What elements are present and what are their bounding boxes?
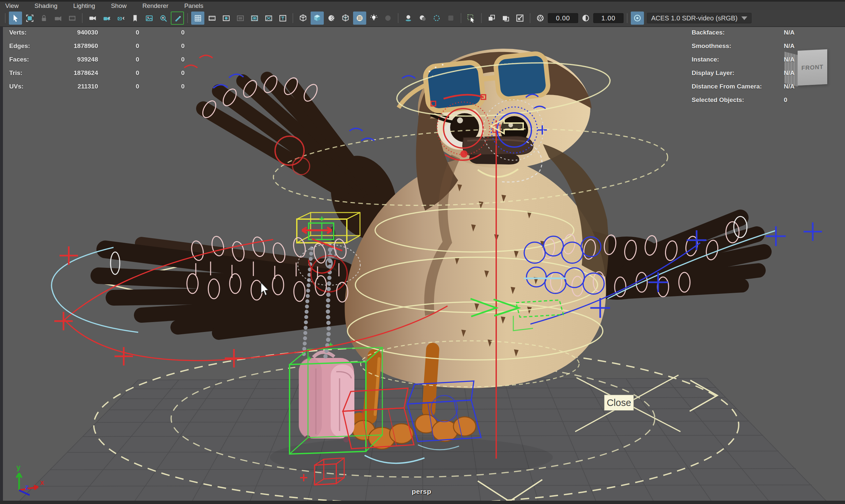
hud-row-edges: Edges: 1878960 0 0 [9, 42, 185, 56]
pan-zoom-icon[interactable] [157, 12, 170, 25]
isolate-select-icon[interactable] [171, 12, 184, 25]
resolution-gate-icon[interactable] [219, 12, 233, 25]
paste-view-icon[interactable] [499, 12, 512, 25]
hud-value: 0 [139, 69, 185, 77]
hud-value: 0 [139, 83, 185, 90]
hud-value: 0 [139, 42, 185, 50]
hud-row-uvs: UVs: 211310 0 0 [9, 83, 185, 96]
video-camera-icon[interactable] [86, 12, 99, 25]
gate-mask-icon[interactable] [234, 12, 247, 25]
suitcase-mesh[interactable] [299, 352, 354, 443]
hud-label: Display Layer: [692, 69, 784, 77]
hud-label: Distance From Camera: [692, 83, 784, 90]
hud-value: 211310 [46, 83, 98, 90]
hud-value: N/A [784, 29, 823, 36]
exposure-value-field[interactable]: 0.00 [548, 13, 578, 23]
bookmark-icon[interactable] [128, 12, 142, 25]
safe-action-icon[interactable] [262, 12, 275, 25]
hud-value: N/A [784, 69, 823, 77]
maya-panel-window: View Shading Lighting Show Renderer Pane… [0, 0, 845, 504]
film-dim-icon[interactable] [66, 12, 79, 25]
axis-label-z: z [25, 483, 29, 491]
hud-value: 0 [139, 56, 185, 63]
menu-renderer[interactable]: Renderer [143, 2, 176, 10]
select-camera-icon[interactable] [23, 12, 36, 25]
hud-label: Selected Objects: [692, 96, 784, 104]
toolbar-separator [627, 13, 628, 23]
camera-attributes-icon[interactable] [51, 12, 65, 25]
hud-value: 1878624 [46, 69, 98, 77]
silhouette-icon[interactable] [381, 12, 395, 25]
viewport[interactable]: Verts: 940030 0 0 Edges: 1878960 0 0 Fac… [0, 27, 845, 504]
hud-row-faces: Faces: 939248 0 0 [9, 56, 185, 69]
hud-value: 0 [98, 29, 139, 36]
hud-row-smoothness: Smoothness: N/A [692, 42, 823, 56]
hud-value: N/A [784, 83, 823, 90]
toolbar-separator [187, 13, 188, 23]
panel-toolbar: 0.00 1.00 ACES 1.0 SDR-video (sRGB) [0, 10, 845, 27]
camera-gear-icon[interactable] [114, 12, 127, 25]
hud-row-verts: Verts: 940030 0 0 [9, 29, 185, 42]
hud-row-distance-from-camera: Distance From Camera: N/A [692, 83, 823, 96]
colorspace-selected-label: ACES 1.0 SDR-video (sRGB) [651, 15, 741, 22]
toolbar-separator [530, 13, 531, 23]
default-lighting-icon[interactable] [367, 12, 380, 25]
gamma-icon[interactable] [579, 12, 592, 25]
grid-icon[interactable] [191, 12, 204, 25]
hud-value: 0 [98, 69, 139, 77]
panel-menu-bar: View Shading Lighting Show Renderer Pane… [0, 0, 845, 10]
duplicate-view-icon[interactable] [485, 12, 498, 25]
menu-view[interactable]: View [5, 2, 26, 10]
hud-object-details: Backfaces: N/A Smoothness: N/A Instance:… [692, 29, 823, 110]
hud-value: 940030 [46, 29, 98, 36]
color-management-toggle-icon[interactable] [631, 12, 644, 25]
hud-label: Edges: [9, 42, 46, 50]
wireframe-cube-icon[interactable] [296, 12, 310, 25]
motion-blur-icon[interactable] [430, 12, 443, 25]
textured-sphere-icon[interactable] [325, 12, 338, 25]
hud-row-tris: Tris: 1878624 0 0 [9, 69, 185, 83]
snap-select-icon[interactable] [465, 12, 478, 25]
toolbar-separator [398, 13, 398, 23]
film-gate-icon[interactable] [205, 12, 218, 25]
hud-value: N/A [784, 42, 823, 50]
hud-value: 0 [98, 83, 139, 90]
textured-cube-icon[interactable] [339, 12, 352, 25]
panel-bottom-edge [0, 501, 845, 504]
ambient-occlusion-icon[interactable] [416, 12, 429, 25]
shaded-cube-icon[interactable] [311, 12, 324, 25]
gamma-value-field[interactable]: 1.00 [593, 13, 624, 23]
field-chart-icon[interactable] [248, 12, 261, 25]
chevron-down-icon [741, 16, 747, 20]
hud-row-backfaces: Backfaces: N/A [692, 29, 823, 42]
hud-poly-count: Verts: 940030 0 0 Edges: 1878960 0 0 Fac… [9, 29, 185, 96]
safe-title-icon[interactable] [276, 12, 289, 25]
toolbar-separator [461, 13, 461, 23]
hud-label: Tris: [9, 69, 46, 77]
hud-label: UVs: [9, 83, 46, 90]
select-tool-icon[interactable] [9, 12, 22, 25]
colorspace-dropdown[interactable]: ACES 1.0 SDR-video (sRGB) [647, 13, 752, 23]
panel-left-edge [0, 27, 3, 504]
exposure-icon[interactable] [534, 12, 547, 25]
menu-lighting[interactable]: Lighting [73, 2, 103, 10]
hud-value: 939248 [46, 56, 98, 63]
menu-show[interactable]: Show [111, 2, 134, 10]
shadows-icon[interactable] [402, 12, 415, 25]
hud-value: 0 [98, 42, 139, 50]
menu-panels[interactable]: Panels [184, 2, 211, 10]
hud-label: Smoothness: [692, 42, 784, 50]
multisample-icon[interactable] [444, 12, 457, 25]
toolbar-separator [5, 13, 5, 23]
menu-shading[interactable]: Shading [35, 2, 66, 10]
toolbar-separator [292, 13, 293, 23]
toolbar-separator [82, 13, 83, 23]
camera-bookmark-icon[interactable] [100, 12, 113, 25]
axis-label-y: y [16, 463, 21, 471]
export-snapshot-icon[interactable] [513, 12, 526, 25]
image-plane-icon[interactable] [143, 12, 156, 25]
lock-camera-icon[interactable] [37, 12, 50, 25]
use-all-lights-icon[interactable] [353, 12, 366, 25]
axis-label-x: x [40, 478, 44, 487]
camera-name-label[interactable]: persp [394, 488, 449, 496]
